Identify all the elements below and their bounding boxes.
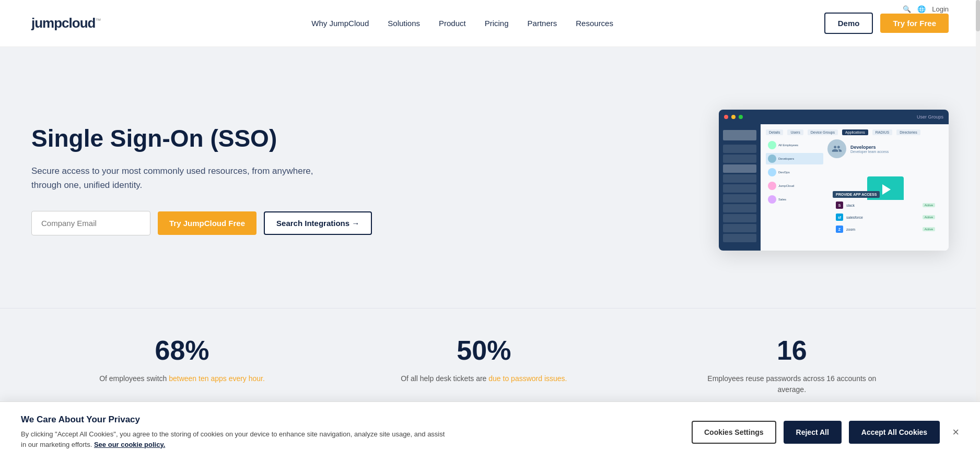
- nav-item-resources[interactable]: Resources: [576, 19, 613, 28]
- cookie-actions: Cookies Settings Reject All Accept All C…: [692, 421, 959, 427]
- hero-section: Single Sign-On (SSO) Secure access to yo…: [0, 47, 980, 308]
- zoom-badge: Active: [923, 227, 935, 231]
- dash-sidebar-item-7[interactable]: [723, 204, 756, 212]
- window-close-dot: [724, 115, 728, 119]
- dash-detail-header: Developers Developer team access: [827, 139, 943, 158]
- cookie-title: We Care About Your Privacy: [21, 414, 449, 425]
- hero-title: Single Sign-On (SSO): [31, 125, 334, 152]
- main-nav: Why JumpCloud Solutions Product Pricing …: [311, 19, 613, 28]
- try-jumpcloud-free-button[interactable]: Try JumpCloud Free: [158, 211, 256, 235]
- dash-list-item-1[interactable]: All Employees: [766, 139, 823, 151]
- dash-tab-radius[interactable]: RADIUS: [872, 129, 892, 135]
- dash-window-header: User Groups: [719, 110, 949, 124]
- dash-title: User Groups: [917, 114, 943, 120]
- dash-body: Details Users Device Groups Applications…: [719, 124, 949, 251]
- stat-link-1[interactable]: between ten apps every hour.: [169, 374, 265, 383]
- stat-link-2[interactable]: due to password issues.: [488, 374, 567, 383]
- logo[interactable]: jumpcloud™: [31, 15, 100, 31]
- scrollbar-thumb[interactable]: [976, 0, 980, 31]
- reject-all-button[interactable]: Reject All: [784, 421, 842, 427]
- slack-app-name: slack: [846, 204, 855, 207]
- dash-avatar-1: [768, 141, 776, 149]
- dash-app-row-slack[interactable]: S slack Active: [833, 200, 938, 210]
- login-link[interactable]: Login: [932, 5, 949, 13]
- salesforce-icon: sf: [836, 214, 843, 221]
- dash-tabs: Details Users Device Groups Applications…: [766, 129, 943, 135]
- dash-list-item-2[interactable]: Developers: [766, 153, 823, 164]
- stat-item-1: 68% Of employees switch between ten apps…: [99, 335, 265, 384]
- site-header: 🔍 🌐 Login jumpcloud™ Why JumpCloud Solut…: [0, 0, 980, 47]
- dash-list-item-4[interactable]: JumpCloud: [766, 180, 823, 192]
- dash-sidebar-item-4[interactable]: [723, 174, 756, 183]
- stat-number-3: 16: [703, 335, 881, 366]
- header-top-right: 🔍 🌐 Login: [903, 5, 949, 13]
- nav-item-partners[interactable]: Partners: [528, 19, 557, 28]
- dash-content-area: All Employees Developers DevOps: [766, 139, 943, 240]
- stat-desc-3: Employees reuse passwords across 16 acco…: [703, 373, 881, 395]
- window-maximize-dot: [739, 115, 743, 119]
- dashboard-mockup: User Groups: [719, 110, 949, 251]
- hero-dashboard-image: User Groups: [719, 110, 949, 251]
- dash-avatar-2: [768, 155, 776, 163]
- dash-sidebar-item-5[interactable]: [723, 184, 756, 193]
- dash-detail-panel: Developers Developer team access PROVIDE: [827, 139, 943, 240]
- cookie-text-area: We Care About Your Privacy By clicking "…: [21, 414, 449, 427]
- dash-sidebar-logo: [723, 130, 756, 140]
- dash-group-name: Developers: [850, 145, 889, 150]
- dash-app-access: PROVIDE APP ACCESS S slack Active sf: [833, 188, 938, 234]
- dash-sidebar-item-10[interactable]: [723, 234, 756, 242]
- demo-button[interactable]: Demo: [824, 13, 873, 34]
- dash-tab-details[interactable]: Details: [766, 129, 783, 135]
- accept-all-cookies-button[interactable]: Accept All Cookies: [849, 421, 940, 427]
- dash-list-item-3[interactable]: DevOps: [766, 167, 823, 178]
- cookies-settings-button[interactable]: Cookies Settings: [692, 421, 776, 427]
- try-for-free-button[interactable]: Try for Free: [880, 14, 949, 33]
- dash-tab-device-groups[interactable]: Device Groups: [808, 129, 838, 135]
- window-minimize-dot: [731, 115, 736, 119]
- dash-sidebar-item-9[interactable]: [723, 224, 756, 232]
- stat-desc-2: Of all help desk tickets are due to pass…: [401, 373, 567, 384]
- dash-sidebar-item-1[interactable]: [723, 145, 756, 153]
- dash-detail-name-area: Developers Developer team access: [850, 145, 889, 153]
- dash-app-row-salesforce[interactable]: sf salesforce Active: [833, 212, 938, 222]
- nav-buttons: Demo Try for Free: [824, 13, 949, 34]
- stat-item-3: 16 Employees reuse passwords across 16 a…: [703, 335, 881, 395]
- dash-avatar-5: [768, 195, 776, 204]
- dash-sidebar-item-2[interactable]: [723, 155, 756, 163]
- nav-item-product[interactable]: Product: [439, 19, 466, 28]
- hero-content: Single Sign-On (SSO) Secure access to yo…: [31, 125, 334, 235]
- dash-sidebar-item-6[interactable]: [723, 194, 756, 203]
- search-integrations-button[interactable]: Search Integrations →: [264, 211, 372, 235]
- nav-item-why-jumpcloud[interactable]: Why JumpCloud: [311, 19, 369, 28]
- dash-list-item-5[interactable]: Sales: [766, 194, 823, 205]
- hero-cta: Try JumpCloud Free Search Integrations →: [31, 211, 334, 235]
- dash-provide-app-access-label: PROVIDE APP ACCESS: [833, 191, 880, 198]
- cookie-banner: We Care About Your Privacy By clicking "…: [0, 401, 980, 427]
- dash-avatar-3: [768, 168, 776, 176]
- scrollbar[interactable]: [976, 0, 980, 427]
- search-icon[interactable]: 🔍: [903, 5, 911, 13]
- dash-app-row-zoom[interactable]: Z zoom Active: [833, 224, 938, 234]
- dash-tab-users[interactable]: Users: [787, 129, 803, 135]
- slack-icon: S: [836, 202, 843, 209]
- dash-avatar-4: [768, 182, 776, 190]
- dash-group-desc: Developer team access: [850, 150, 889, 153]
- dash-detail-avatar: [827, 139, 846, 158]
- stat-number-2: 50%: [401, 335, 567, 366]
- dash-tab-applications[interactable]: Applications: [842, 129, 868, 135]
- stat-item-2: 50% Of all help desk tickets are due to …: [401, 335, 567, 384]
- nav-item-pricing[interactable]: Pricing: [485, 19, 509, 28]
- cookie-close-button[interactable]: ×: [952, 427, 959, 427]
- slack-badge: Active: [923, 203, 935, 207]
- email-input[interactable]: [31, 211, 150, 235]
- stat-number-1: 68%: [99, 335, 265, 366]
- dash-apps-list: S slack Active sf salesforce Active: [833, 200, 938, 234]
- dash-groups-list: All Employees Developers DevOps: [766, 139, 823, 240]
- nav-item-solutions[interactable]: Solutions: [388, 19, 420, 28]
- dash-tab-directories[interactable]: Directories: [896, 129, 920, 135]
- globe-icon[interactable]: 🌐: [917, 5, 926, 13]
- dash-sidebar-item-8[interactable]: [723, 214, 756, 222]
- dash-sidebar-item-3[interactable]: [723, 164, 756, 173]
- stat-desc-1: Of employees switch between ten apps eve…: [99, 373, 265, 384]
- dash-main-content: Details Users Device Groups Applications…: [761, 124, 949, 251]
